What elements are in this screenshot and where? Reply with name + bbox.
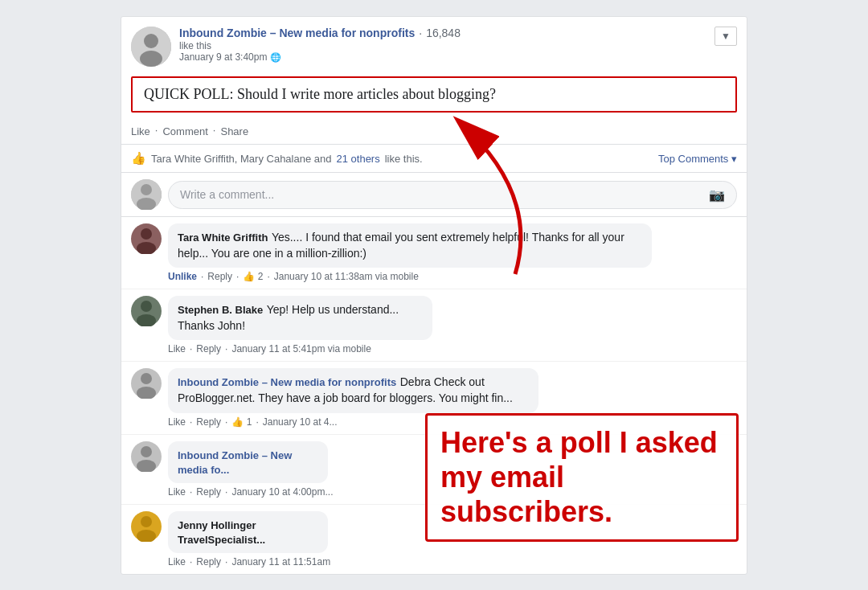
commenter-avatar-2 bbox=[131, 296, 162, 330]
comment-likes-1: 👍 2 bbox=[243, 271, 263, 282]
like-button[interactable]: Like bbox=[131, 124, 150, 139]
comment-author-1: Tara White Griffith bbox=[178, 231, 268, 244]
comment-placeholder: Write a comment... bbox=[180, 188, 274, 201]
page-likes-count: 16,848 bbox=[426, 27, 461, 39]
comment-item: Inbound Zombie – New media for nonprofit… bbox=[121, 362, 747, 434]
post-timestamp: January 9 at 3:40pm 🌐 bbox=[179, 51, 461, 63]
comment-content-2: Stephen B. Blake Yep! Help us understand… bbox=[168, 296, 479, 354]
svg-point-10 bbox=[141, 301, 152, 312]
like-button-3[interactable]: Like bbox=[168, 416, 186, 428]
comment-timestamp-1: January 10 at 11:38am via mobile bbox=[274, 271, 419, 282]
poll-question: QUICK POLL: Should I write more articles… bbox=[131, 76, 737, 113]
commenter-avatar-3 bbox=[131, 368, 162, 402]
comment-input-field[interactable]: Write a comment... 📷 bbox=[168, 181, 737, 209]
comments-section: Tara White Griffith Yes.... I found that… bbox=[121, 217, 747, 574]
post-header: Inbound Zombie – New media for nonprofit… bbox=[121, 17, 747, 73]
user-avatar bbox=[131, 179, 162, 210]
like-button-5[interactable]: Like bbox=[168, 556, 186, 567]
comment-actions-5: Like · Reply · January 11 at 11:51am bbox=[168, 556, 356, 567]
likes-summary: Tara White Griffith, Mary Cahalane and bbox=[151, 153, 331, 165]
comment-author-2: Stephen B. Blake bbox=[178, 304, 263, 316]
sep2: · bbox=[213, 124, 216, 139]
dropdown-button[interactable]: ▼ bbox=[714, 27, 737, 46]
comment-content-4: Inbound Zombie – New media fo... Like · … bbox=[168, 441, 356, 498]
comment-content-5: Jenny Hollinger TravelSpecialist... Like… bbox=[168, 511, 356, 567]
camera-icon: 📷 bbox=[709, 187, 725, 203]
svg-point-1 bbox=[144, 34, 158, 48]
like-button-4[interactable]: Like bbox=[168, 486, 186, 498]
likes-text: 👍 Tara White Griffith, Mary Cahalane and… bbox=[131, 151, 423, 166]
reply-button-4[interactable]: Reply bbox=[196, 486, 221, 498]
likes-row: 👍 Tara White Griffith, Mary Cahalane and… bbox=[121, 145, 747, 173]
comment-content-1: Tara White Griffith Yes.... I found that… bbox=[168, 223, 737, 282]
svg-point-16 bbox=[141, 446, 152, 457]
comment-timestamp-2: January 11 at 5:41pm via mobile bbox=[231, 343, 371, 354]
like-button-2[interactable]: Like bbox=[168, 343, 186, 354]
likes-end: like this. bbox=[385, 153, 423, 165]
page-avatar bbox=[131, 27, 171, 67]
comment-button[interactable]: Comment bbox=[162, 124, 207, 139]
comment-actions-3: Like · Reply · 👍 1 · January 10 at 4... bbox=[168, 416, 604, 428]
reply-button-3[interactable]: Reply bbox=[196, 416, 221, 428]
comment-item: Tara White Griffith Yes.... I found that… bbox=[121, 217, 747, 289]
unlike-button-1[interactable]: Unlike bbox=[168, 271, 197, 282]
share-button[interactable]: Share bbox=[220, 124, 248, 139]
page-name[interactable]: Inbound Zombie – New media for nonprofit… bbox=[179, 27, 415, 39]
comment-author-3: Inbound Zombie – New media for nonprofit… bbox=[178, 376, 396, 388]
svg-point-13 bbox=[141, 373, 152, 384]
top-comments-toggle[interactable]: Top Comments ▾ bbox=[658, 153, 737, 165]
commenter-avatar-4 bbox=[131, 441, 162, 475]
comment-item: Inbound Zombie – New media fo... Like · … bbox=[121, 435, 747, 505]
comment-timestamp-3: January 10 at 4... bbox=[263, 416, 338, 428]
svg-point-4 bbox=[141, 184, 152, 195]
comment-likes-3: 👍 1 bbox=[231, 416, 252, 428]
sep1: · bbox=[155, 124, 158, 139]
facebook-post: Inbound Zombie – New media for nonprofit… bbox=[121, 16, 747, 575]
commenter-avatar-1 bbox=[131, 223, 162, 257]
likes-link[interactable]: 21 others bbox=[336, 153, 379, 165]
post-actions: Like · Comment · Share bbox=[121, 121, 747, 145]
post-meta: Inbound Zombie – New media for nonprofit… bbox=[179, 27, 461, 63]
comment-item: Jenny Hollinger TravelSpecialist... Like… bbox=[121, 505, 747, 574]
comment-author-5: Jenny Hollinger TravelSpecialist... bbox=[178, 519, 265, 546]
reply-button-2[interactable]: Reply bbox=[196, 343, 221, 354]
svg-point-2 bbox=[140, 51, 162, 67]
comment-actions-2: Like · Reply · January 11 at 5:41pm via … bbox=[168, 343, 479, 354]
reply-button-1[interactable]: Reply bbox=[207, 271, 232, 282]
reply-button-5[interactable]: Reply bbox=[196, 556, 221, 567]
comment-author-4: Inbound Zombie – New media fo... bbox=[178, 449, 292, 476]
comment-actions-1: Unlike · Reply · 👍 2 · January 10 at 11:… bbox=[168, 271, 737, 282]
post-subtext: like this bbox=[179, 40, 461, 51]
comment-timestamp-5: January 11 at 11:51am bbox=[231, 556, 330, 567]
comment-item: Stephen B. Blake Yep! Help us understand… bbox=[121, 289, 747, 362]
thumbs-up-icon: 👍 bbox=[131, 151, 146, 166]
comment-input-row: Write a comment... 📷 bbox=[121, 173, 747, 217]
commenter-avatar-5 bbox=[131, 511, 162, 545]
comment-actions-4: Like · Reply · January 10 at 4:00pm... bbox=[168, 486, 356, 498]
svg-point-7 bbox=[141, 228, 152, 240]
globe-icon: 🌐 bbox=[270, 52, 281, 62]
comment-content-3: Inbound Zombie – New media for nonprofit… bbox=[168, 368, 604, 427]
svg-point-19 bbox=[141, 516, 152, 527]
comment-timestamp-4: January 10 at 4:00pm... bbox=[231, 486, 333, 498]
